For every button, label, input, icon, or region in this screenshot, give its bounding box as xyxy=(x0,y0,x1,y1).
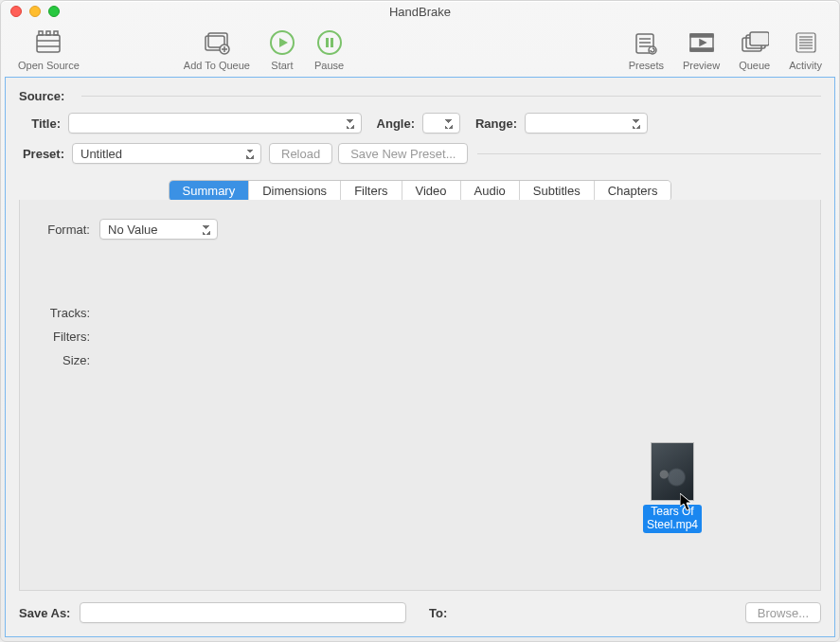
svg-rect-15 xyxy=(331,38,333,47)
svg-rect-1 xyxy=(39,31,43,35)
presets-icon xyxy=(634,27,658,58)
svg-rect-3 xyxy=(54,31,58,35)
size-label: Size: xyxy=(37,353,90,367)
pause-button[interactable]: Pause xyxy=(305,27,353,71)
preview-label: Preview xyxy=(683,60,720,71)
preview-icon xyxy=(688,27,715,58)
titlebar: HandBrake xyxy=(1,1,839,22)
svg-marker-12 xyxy=(279,38,288,47)
svg-point-13 xyxy=(318,31,341,54)
start-button[interactable]: Start xyxy=(259,27,305,71)
queue-icon xyxy=(741,27,769,58)
window: HandBrake Open Source Add To Queue xyxy=(0,0,840,642)
presets-label: Presets xyxy=(629,60,664,71)
queue-label: Queue xyxy=(739,60,770,71)
dragged-file-label: Tears Of Steel.mp4 xyxy=(643,505,702,533)
svg-rect-22 xyxy=(690,34,713,37)
start-label: Start xyxy=(271,60,293,71)
size-row: Size: xyxy=(37,353,803,367)
pause-label: Pause xyxy=(314,60,344,71)
zoom-icon[interactable] xyxy=(48,6,60,17)
play-icon xyxy=(269,27,295,58)
activity-label: Activity xyxy=(789,60,822,71)
preview-button[interactable]: Preview xyxy=(673,27,729,71)
file-thumbnail-icon xyxy=(651,442,694,501)
window-title: HandBrake xyxy=(1,5,839,19)
angle-select[interactable] xyxy=(422,113,460,134)
preset-row: Preset: Untitled Reload Save New Preset.… xyxy=(19,143,821,164)
reload-button[interactable]: Reload xyxy=(269,143,332,164)
activity-button[interactable]: Activity xyxy=(779,27,831,71)
tabs: Summary Dimensions Filters Video Audio S… xyxy=(170,181,671,201)
pause-icon xyxy=(316,27,343,58)
format-row: Format: No Value xyxy=(37,219,803,240)
filters-row: Filters: xyxy=(37,330,803,344)
tab-chapters[interactable]: Chapters xyxy=(595,181,671,201)
svg-rect-2 xyxy=(46,31,50,35)
close-icon[interactable] xyxy=(10,6,22,17)
format-select[interactable]: No Value xyxy=(99,219,218,240)
main-content: Source: Title: Angle: Range: Preset: Unt… xyxy=(5,77,835,637)
open-source-label: Open Source xyxy=(18,60,80,71)
source-label: Source: xyxy=(19,89,64,103)
add-queue-label: Add To Queue xyxy=(184,60,250,71)
browse-button[interactable]: Browse... xyxy=(745,602,821,623)
queue-button[interactable]: Queue xyxy=(729,27,779,71)
dragged-file[interactable]: Tears Of Steel.mp4 xyxy=(638,442,706,533)
tracks-row: Tracks: xyxy=(37,306,803,320)
add-queue-icon xyxy=(203,27,231,58)
range-select[interactable] xyxy=(525,113,648,134)
title-label: Title: xyxy=(19,116,61,131)
traffic-lights xyxy=(1,6,60,17)
svg-rect-27 xyxy=(750,32,769,45)
save-as-label: Save As: xyxy=(19,606,80,620)
toolbar-right: Presets Preview Queue Activity xyxy=(619,27,831,71)
toolbar-left: Open Source Add To Queue Start Pause xyxy=(9,27,353,71)
open-source-button[interactable]: Open Source xyxy=(9,27,89,71)
source-row: Source: xyxy=(19,89,821,103)
tracks-label: Tracks: xyxy=(37,306,90,320)
tab-audio[interactable]: Audio xyxy=(461,181,520,201)
tab-filters[interactable]: Filters xyxy=(341,181,402,201)
preset-label: Preset: xyxy=(19,147,64,161)
tab-video[interactable]: Video xyxy=(402,181,461,201)
save-row: Save As: To: Browse... xyxy=(19,602,821,623)
summary-panel: Format: No Value Tracks: Filters: Size: … xyxy=(19,200,821,591)
tab-subtitles[interactable]: Subtitles xyxy=(520,181,595,201)
open-source-icon xyxy=(34,27,63,58)
format-label: Format: xyxy=(37,223,90,237)
to-label: To: xyxy=(429,606,490,620)
presets-button[interactable]: Presets xyxy=(619,27,673,71)
save-new-preset-button[interactable]: Save New Preset... xyxy=(338,143,468,164)
svg-point-20 xyxy=(649,46,656,54)
svg-rect-23 xyxy=(690,48,713,51)
preset-select[interactable]: Untitled xyxy=(72,143,261,164)
activity-icon xyxy=(794,27,818,58)
svg-rect-0 xyxy=(37,35,60,52)
filters-label: Filters: xyxy=(37,330,90,344)
add-to-queue-button[interactable]: Add To Queue xyxy=(174,27,259,71)
tab-dimensions[interactable]: Dimensions xyxy=(249,181,341,201)
angle-label: Angle: xyxy=(375,116,415,131)
svg-rect-14 xyxy=(326,38,329,47)
title-row: Title: Angle: Range: xyxy=(19,113,821,134)
minimize-icon[interactable] xyxy=(29,6,41,17)
svg-marker-24 xyxy=(700,40,706,45)
save-as-input[interactable] xyxy=(80,602,406,623)
title-select[interactable] xyxy=(68,113,362,134)
toolbar: Open Source Add To Queue Start Pause xyxy=(1,22,839,77)
range-label: Range: xyxy=(474,116,517,131)
tab-summary[interactable]: Summary xyxy=(170,181,250,201)
